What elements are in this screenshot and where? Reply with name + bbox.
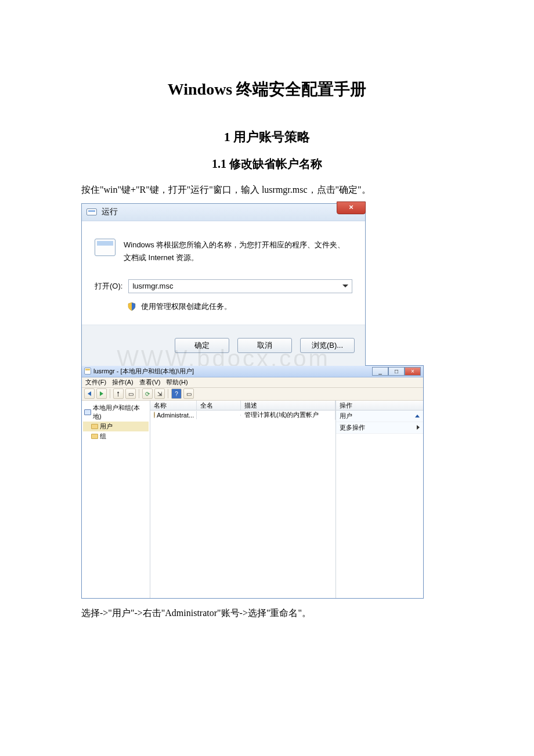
cancel-button[interactable]: 取消 xyxy=(237,338,292,353)
maximize-button[interactable]: □ xyxy=(388,367,405,376)
menu-file[interactable]: 文件(F) xyxy=(85,378,106,387)
toolbar-separator xyxy=(139,389,139,398)
forward-button[interactable] xyxy=(96,388,107,399)
help-button[interactable]: ? xyxy=(171,388,182,399)
tree-node-groups[interactable]: 组 xyxy=(83,431,149,441)
minimize-button[interactable]: _ xyxy=(372,367,388,376)
open-label: 打开(O): xyxy=(95,281,122,291)
tree-groups-label: 组 xyxy=(100,432,106,441)
mmc-menubar: 文件(F) 操作(A) 查看(V) 帮助(H) xyxy=(82,377,423,388)
actions-users[interactable]: 用户 xyxy=(336,411,423,422)
row-name: Administrat... xyxy=(157,412,194,419)
tree-root[interactable]: 本地用户和组(本地) xyxy=(83,403,149,422)
mmc-title: lusrmgr - [本地用户和组(本地)\用户] xyxy=(93,367,372,376)
back-button[interactable] xyxy=(84,388,95,399)
toolbar-separator xyxy=(110,389,110,398)
list-row-administrator[interactable]: Administrat... 管理计算机(域)的内置帐户 xyxy=(150,411,335,420)
run-dialog-icon xyxy=(86,208,97,215)
collapse-icon xyxy=(415,415,420,417)
toolbar-separator xyxy=(168,389,168,398)
mmc-tree[interactable]: 本地用户和组(本地) 用户 组 xyxy=(82,401,150,598)
user-icon xyxy=(154,412,155,418)
computer-icon xyxy=(84,409,91,415)
lusrmgr-window: lusrmgr - [本地用户和组(本地)\用户] _ □ × 文件(F) 操作… xyxy=(81,365,424,599)
run-dialog: 运行 × Windows 将根据您所输入的名称，为您打开相应的程序、文件夹、文档… xyxy=(81,203,366,368)
actions-more-label: 更多操作 xyxy=(340,423,365,432)
list-header: 名称 全名 描述 xyxy=(150,401,335,411)
run-dialog-titlebar[interactable]: 运行 × xyxy=(82,204,365,221)
up-button[interactable]: ⭡ xyxy=(113,388,124,399)
close-button[interactable]: × xyxy=(337,201,366,214)
chevron-right-icon xyxy=(417,425,420,430)
menu-view[interactable]: 查看(V) xyxy=(139,378,161,387)
run-program-icon xyxy=(95,239,116,256)
row-fullname xyxy=(197,415,241,416)
menu-action[interactable]: 操作(A) xyxy=(112,378,134,387)
section-1-1-heading: 1.1 修改缺省帐户名称 xyxy=(81,156,453,172)
refresh-button[interactable]: ⟳ xyxy=(142,388,153,399)
shield-icon xyxy=(127,302,136,311)
arrow-right-icon xyxy=(100,391,103,396)
close-button[interactable]: × xyxy=(405,367,421,376)
folder-icon xyxy=(91,424,98,429)
mmc-actions-pane: 操作 用户 更多操作 xyxy=(336,401,423,598)
mmc-titlebar[interactable]: lusrmgr - [本地用户和组(本地)\用户] _ □ × xyxy=(82,366,423,377)
export-button[interactable]: ⇲ xyxy=(154,388,165,399)
properties-button[interactable]: ▭ xyxy=(125,388,136,399)
tree-node-users[interactable]: 用户 xyxy=(83,422,149,431)
mmc-list[interactable]: 名称 全名 描述 Administrat... 管理计算机(域)的内置帐户 xyxy=(150,401,336,598)
actions-header: 操作 xyxy=(336,401,423,411)
mmc-toolbar: ⭡ ▭ ⟳ ⇲ ? ▭ xyxy=(82,388,423,401)
folder-icon xyxy=(91,434,98,439)
col-name[interactable]: 名称 xyxy=(150,401,197,410)
run-dialog-title: 运行 xyxy=(102,207,118,217)
paragraph-2: 选择->"用户"->右击"Administrator"账号->选择"重命名"。 xyxy=(81,606,453,621)
ok-button[interactable]: 确定 xyxy=(175,338,229,353)
col-desc[interactable]: 描述 xyxy=(241,401,335,410)
run-description: Windows 将根据您所输入的名称，为您打开相应的程序、文件夹、文档或 Int… xyxy=(124,239,352,264)
view-button[interactable]: ▭ xyxy=(183,388,194,399)
document-title: Windows 终端安全配置手册 xyxy=(81,78,453,100)
mmc-app-icon xyxy=(84,368,91,375)
tree-root-label: 本地用户和组(本地) xyxy=(93,404,147,421)
admin-note: 使用管理权限创建此任务。 xyxy=(141,301,232,312)
paragraph-1: 按住"win"键+"R"键，打开"运行"窗口，输入 lusrmgr.msc，点击… xyxy=(81,182,453,197)
menu-help[interactable]: 帮助(H) xyxy=(166,378,187,387)
open-value: lusrmgr.msc xyxy=(132,282,173,290)
chevron-down-icon[interactable] xyxy=(342,285,348,287)
col-fullname[interactable]: 全名 xyxy=(197,401,241,410)
tree-users-label: 用户 xyxy=(100,422,113,431)
arrow-left-icon xyxy=(88,391,91,396)
actions-more[interactable]: 更多操作 xyxy=(336,422,423,434)
section-1-heading: 1 用户账号策略 xyxy=(81,128,453,146)
browse-button[interactable]: 浏览(B)... xyxy=(300,338,355,353)
actions-users-label: 用户 xyxy=(340,412,352,420)
open-combobox[interactable]: lusrmgr.msc xyxy=(128,279,352,293)
row-desc: 管理计算机(域)的内置帐户 xyxy=(241,410,335,420)
